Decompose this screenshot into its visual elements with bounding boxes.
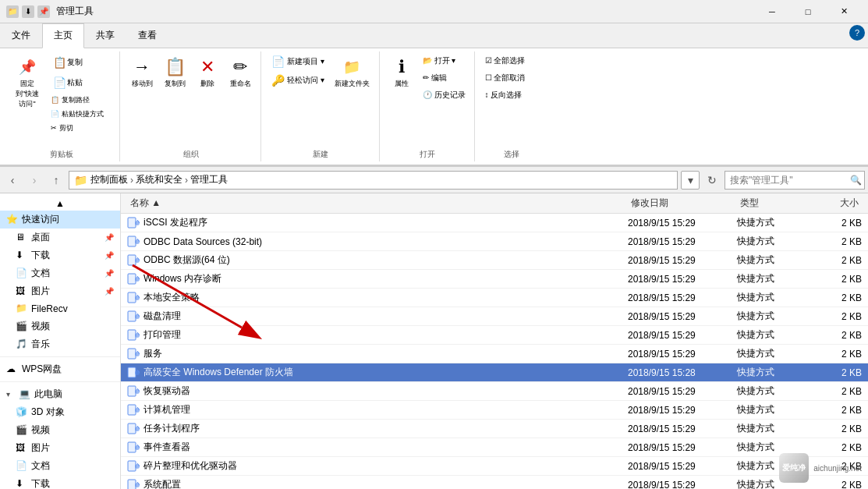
- wps-icon: ☁: [6, 363, 19, 376]
- file-row[interactable]: 碎片整理和优化驱动器 2018/9/15 15:29 快捷方式 2 KB: [121, 457, 868, 476]
- tab-share[interactable]: 共享: [84, 23, 126, 48]
- refresh-button[interactable]: ↻: [703, 171, 721, 190]
- rename-button[interactable]: ✏ 重命名: [225, 53, 256, 92]
- svg-rect-18: [128, 330, 136, 340]
- svg-rect-36: [128, 442, 136, 452]
- sidebar-item-filerecv[interactable]: 📁 FileRecv: [0, 300, 120, 317]
- file-row[interactable]: Windows 内存诊断 2018/9/15 15:29 快捷方式 2 KB: [121, 270, 868, 289]
- svg-rect-12: [128, 292, 136, 303]
- history-button[interactable]: 🕐 历史记录: [419, 87, 469, 103]
- col-name[interactable]: 名称 ▲: [127, 195, 628, 211]
- sidebar-item-wps[interactable]: ☁ WPS网盘: [0, 360, 120, 378]
- help-icon[interactable]: ?: [849, 25, 865, 41]
- file-icon: [127, 423, 140, 435]
- sidebar-item-downloads2[interactable]: ⬇ 下载: [0, 475, 120, 489]
- quickaccess-icon: ⭐: [6, 214, 19, 226]
- sidebar-item-documents[interactable]: 📄 文档 📌: [0, 264, 120, 282]
- col-type[interactable]: 类型: [737, 195, 807, 211]
- invert-select-button[interactable]: ↕ 反向选择: [481, 87, 530, 103]
- svg-rect-9: [128, 274, 136, 284]
- sidebar-item-quickaccess[interactable]: ⭐ 快速访问: [0, 211, 120, 229]
- file-name-text: 计算机管理: [143, 403, 190, 416]
- select-label: 选择: [477, 149, 547, 160]
- svg-point-5: [135, 239, 140, 244]
- sidebar-item-thispc[interactable]: ▾ 💻 此电脑: [0, 385, 120, 403]
- file-row[interactable]: ODBC 数据源(64 位) 2018/9/15 15:29 快捷方式 2 KB: [121, 251, 868, 270]
- sidebar-item-music[interactable]: 🎵 音乐: [0, 335, 120, 353]
- file-row[interactable]: 系统配置 2018/9/15 15:29 快捷方式 2 KB: [121, 476, 868, 489]
- svg-point-8: [135, 258, 140, 263]
- ribbon: 文件 主页 共享 查看 ? 📌 固定到"快速访问" 📋 复制 📄: [0, 23, 868, 167]
- file-row[interactable]: ODBC Data Sources (32-bit) 2018/9/15 15:…: [121, 232, 868, 251]
- edit-button[interactable]: ✏ 编辑: [419, 70, 469, 86]
- file-row[interactable]: 事件查看器 2018/9/15 15:29 快捷方式 2 KB: [121, 438, 868, 457]
- address-dropdown-button[interactable]: ▾: [681, 171, 700, 190]
- tab-view[interactable]: 查看: [126, 23, 168, 48]
- col-size[interactable]: 大小: [807, 195, 862, 211]
- sidebar-item-pictures2[interactable]: 🖼 图片: [0, 439, 120, 457]
- file-row[interactable]: 高级安全 Windows Defender 防火墙 2018/9/15 15:2…: [121, 363, 868, 382]
- up-button[interactable]: ↑: [47, 171, 66, 190]
- file-icon: [127, 348, 140, 360]
- pin-quickaccess-button[interactable]: 📌 固定到"快速访问": [8, 53, 47, 112]
- file-row[interactable]: 任务计划程序 2018/9/15 15:29 快捷方式 2 KB: [121, 420, 868, 438]
- copy-button[interactable]: 📋 复制: [48, 53, 106, 72]
- addr-segment-2[interactable]: 系统和安全: [136, 173, 182, 186]
- file-name-text: 高级安全 Windows Defender 防火墙: [143, 366, 293, 379]
- sidebar-scroll-up[interactable]: ▲: [0, 197, 120, 211]
- addr-segment-1[interactable]: 控制面板: [90, 173, 128, 186]
- new-folder-button[interactable]: 📁 新建文件夹: [330, 53, 374, 92]
- col-date[interactable]: 修改日期: [628, 195, 737, 211]
- open-button[interactable]: 📂 打开 ▾: [419, 53, 469, 69]
- close-button[interactable]: ✕: [826, 0, 862, 23]
- addr-segment-3[interactable]: 管理工具: [190, 173, 228, 186]
- svg-point-38: [135, 445, 140, 450]
- easy-access-button[interactable]: 🔑 轻松访问 ▾: [267, 72, 328, 89]
- select-none-button[interactable]: ☐ 全部取消: [481, 70, 530, 86]
- file-row[interactable]: 恢复驱动器 2018/9/15 15:29 快捷方式 2 KB: [121, 382, 868, 401]
- sidebar-item-desktop[interactable]: 🖥 桌面 📌: [0, 229, 120, 246]
- sidebar-item-videos[interactable]: 🎬 视频: [0, 317, 120, 335]
- file-row[interactable]: 磁盘清理 2018/9/15 15:29 快捷方式 2 KB: [121, 307, 868, 326]
- folder-icon: 📁: [341, 56, 363, 78]
- new-label: 新建: [263, 149, 379, 160]
- search-box[interactable]: 🔍: [725, 171, 865, 190]
- file-icon: [127, 367, 140, 379]
- rename-icon: ✏: [229, 56, 251, 78]
- search-input[interactable]: [730, 175, 847, 186]
- copy-to-button[interactable]: 📋 复制到: [159, 53, 190, 92]
- sidebar-item-3dobjects[interactable]: 🧊 3D 对象: [0, 403, 120, 421]
- svg-point-2: [135, 221, 140, 225]
- sidebar-item-downloads[interactable]: ⬇ 下载 📌: [0, 246, 120, 264]
- file-date: 2018/9/15 15:29: [628, 349, 737, 360]
- cut-button[interactable]: ✂ 剪切: [48, 122, 106, 135]
- file-row[interactable]: 本地安全策略 2018/9/15 15:29 快捷方式 2 KB: [121, 289, 868, 307]
- back-button[interactable]: ‹: [3, 171, 22, 190]
- new-item-button[interactable]: 📄 新建项目 ▾: [267, 53, 328, 70]
- file-row[interactable]: iSCSI 发起程序 2018/9/15 15:29 快捷方式 2 KB: [121, 214, 868, 232]
- tab-file[interactable]: 文件: [0, 23, 42, 48]
- file-row[interactable]: 计算机管理 2018/9/15 15:29 快捷方式 2 KB: [121, 401, 868, 420]
- forward-button[interactable]: ›: [25, 171, 44, 190]
- copy-path-button[interactable]: 📋 复制路径: [48, 94, 106, 107]
- sidebar: ▲ ⭐ 快速访问 🖥 桌面 📌 ⬇ 下载 📌 📄 文档 📌 🖼 图片 📌 �: [0, 193, 121, 489]
- address-bar[interactable]: 📁 控制面板 › 系统和安全 › 管理工具: [69, 171, 678, 190]
- select-all-button[interactable]: ☑ 全部选择: [481, 53, 530, 69]
- thispc-chevron: ▾: [6, 390, 16, 399]
- paste-button[interactable]: 📄 粘贴: [48, 73, 106, 92]
- move-to-button[interactable]: → 移动到: [126, 53, 158, 92]
- file-row[interactable]: 服务 2018/9/15 15:29 快捷方式 2 KB: [121, 345, 868, 363]
- minimize-button[interactable]: ─: [754, 0, 790, 23]
- file-name-text: 磁盘清理: [143, 310, 181, 323]
- file-row[interactable]: 打印管理 2018/9/15 15:29 快捷方式 2 KB: [121, 326, 868, 345]
- properties-button[interactable]: ℹ 属性: [386, 53, 417, 92]
- sidebar-item-videos2[interactable]: 🎬 视频: [0, 421, 120, 439]
- delete-button[interactable]: ✕ 删除: [192, 53, 223, 92]
- clipboard-btns: 📌 固定到"快速访问" 📋 复制 📄 粘贴 📋 复制路径: [8, 53, 115, 160]
- maximize-button[interactable]: □: [790, 0, 826, 23]
- paste-shortcut-button[interactable]: 📄 粘贴快捷方式: [48, 108, 106, 121]
- sidebar-item-pictures[interactable]: 🖼 图片 📌: [0, 282, 120, 300]
- paste-icon: 📄: [52, 76, 66, 90]
- sidebar-item-documents2[interactable]: 📄 文档: [0, 457, 120, 475]
- tab-home[interactable]: 主页: [42, 23, 84, 48]
